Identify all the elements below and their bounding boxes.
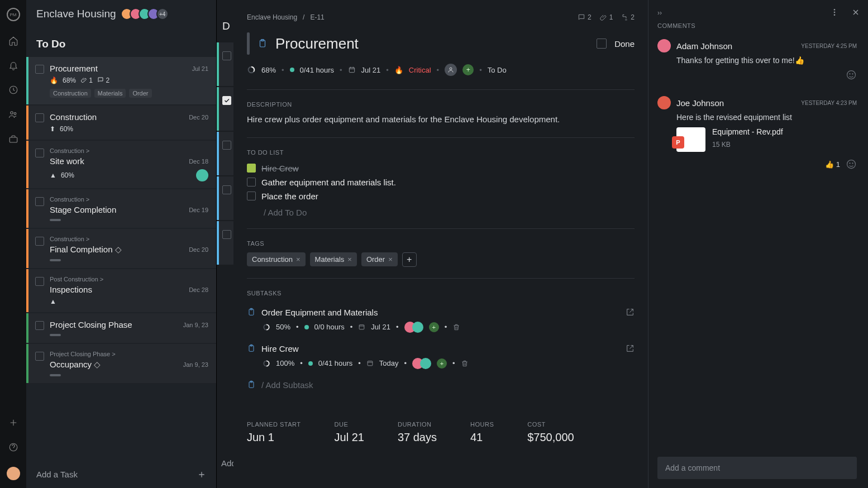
- tag-chip[interactable]: Materials ×: [310, 252, 357, 266]
- task-card[interactable]: Project Closing PhaseJan 9, 23: [26, 313, 216, 343]
- subtask-item[interactable]: Hire Crew 100%• 0/41 hours• Today• +•: [247, 338, 635, 375]
- cost-label: COST: [527, 421, 574, 428]
- peek-card[interactable]: [217, 221, 233, 265]
- assignee-icon[interactable]: [445, 64, 457, 76]
- attachment-name: Equipment - Rev.pdf: [712, 127, 783, 136]
- task-crumb: Construction >: [50, 196, 208, 203]
- add-assignee-button[interactable]: +: [462, 64, 474, 75]
- peek-add[interactable]: Add: [221, 458, 233, 468]
- peek-checkbox[interactable]: [222, 185, 231, 194]
- app-logo[interactable]: PM: [7, 8, 20, 21]
- attachment-size: 15 KB: [712, 141, 783, 149]
- todo-checkbox[interactable]: [247, 164, 256, 173]
- peek-card[interactable]: [217, 42, 233, 86]
- task-card[interactable]: ProcurementJul 21🔥68% 1 2ConstructionMat…: [26, 57, 216, 104]
- breadcrumb[interactable]: Enclave Housing / E-11: [247, 13, 325, 21]
- remove-tag-icon[interactable]: ×: [296, 255, 301, 264]
- todo-item[interactable]: Hire Crew: [247, 161, 635, 175]
- task-card[interactable]: Construction >Stage CompletionDec 19: [26, 189, 216, 228]
- subtask-item[interactable]: Order Equipment and Materials 50%• 0/0 h…: [247, 302, 635, 338]
- add-assignee-button[interactable]: +: [429, 322, 439, 332]
- collapse-icon[interactable]: ››: [657, 9, 857, 17]
- svg-point-2: [14, 113, 16, 115]
- cost-value[interactable]: $750,000: [527, 431, 574, 444]
- task-checkbox[interactable]: [35, 197, 44, 206]
- planned-start-label: PLANNED START: [247, 421, 301, 428]
- add-tag-button[interactable]: +: [402, 252, 417, 267]
- peek-card[interactable]: [217, 176, 233, 220]
- subtask-avatar[interactable]: [412, 322, 423, 333]
- task-card[interactable]: Post Construction >InspectionsDec 28▲: [26, 269, 216, 312]
- trash-icon[interactable]: [461, 360, 469, 367]
- attachments-count[interactable]: 1: [599, 13, 613, 21]
- add-todo-input[interactable]: / Add To Do: [247, 203, 635, 217]
- task-assignee-avatar[interactable]: [196, 169, 208, 181]
- tag-chip[interactable]: Construction ×: [247, 252, 306, 266]
- remove-tag-icon[interactable]: ×: [388, 255, 393, 264]
- progress-ring-icon: [263, 323, 270, 331]
- clock-icon[interactable]: [8, 85, 18, 95]
- task-checkbox[interactable]: [35, 149, 44, 157]
- task-card[interactable]: ConstructionDec 20⬆60%: [26, 106, 216, 140]
- task-checkbox[interactable]: [35, 321, 44, 330]
- peek-checkbox[interactable]: [222, 230, 231, 239]
- tag-chip[interactable]: Order ×: [361, 252, 398, 266]
- project-name[interactable]: Enclave Housing: [36, 8, 116, 20]
- task-card[interactable]: Project Closing Phase >Occupancy ◇Jan 9,…: [26, 344, 216, 383]
- clipboard-icon: [247, 344, 256, 353]
- remove-tag-icon[interactable]: ×: [347, 255, 352, 264]
- priority-label[interactable]: Critical: [409, 66, 431, 74]
- task-card[interactable]: Construction >Final Completion ◇Dec 20: [26, 229, 216, 268]
- add-assignee-button[interactable]: +: [437, 358, 447, 369]
- project-members[interactable]: +4: [124, 8, 169, 20]
- comment-avatar[interactable]: [657, 39, 671, 52]
- todo-item[interactable]: Gather equipment and materials list.: [247, 175, 635, 189]
- todo-item[interactable]: Place the order: [247, 189, 635, 203]
- add-task-button[interactable]: Add a Task: [26, 461, 216, 488]
- task-checkbox[interactable]: [35, 352, 44, 361]
- open-icon[interactable]: [626, 344, 635, 353]
- planned-start-value[interactable]: Jun 1: [247, 431, 301, 444]
- task-title[interactable]: Procurement: [275, 35, 589, 52]
- task-checkbox[interactable]: [35, 65, 44, 74]
- todo-checkbox[interactable]: [247, 178, 256, 186]
- due-value[interactable]: Jul 21: [335, 431, 364, 444]
- hours-meta[interactable]: 0/41 hours: [300, 66, 334, 74]
- current-user-avatar[interactable]: [7, 467, 20, 480]
- peek-checkbox[interactable]: [222, 96, 231, 105]
- task-checkbox[interactable]: [35, 113, 44, 122]
- home-icon[interactable]: [8, 36, 18, 46]
- task-checkbox[interactable]: [35, 237, 44, 246]
- description-text[interactable]: Hire crew plus order equipment and mater…: [247, 113, 635, 126]
- duration-value[interactable]: 37 days: [398, 431, 437, 444]
- help-icon[interactable]: [8, 442, 18, 452]
- add-reaction-icon[interactable]: [846, 159, 857, 170]
- add-subtask-input[interactable]: / Add Subtask: [247, 375, 635, 390]
- hours-value[interactable]: 41: [470, 431, 494, 444]
- peek-checkbox[interactable]: [222, 51, 231, 60]
- peek-card[interactable]: [217, 87, 233, 131]
- subtask-avatar[interactable]: [420, 358, 431, 369]
- plus-icon[interactable]: [8, 418, 18, 428]
- subtasks-count[interactable]: 2: [621, 13, 635, 21]
- due-date[interactable]: Jul 21: [361, 66, 381, 74]
- status-label[interactable]: To Do: [488, 66, 507, 74]
- people-icon[interactable]: [8, 109, 18, 119]
- attachment-card[interactable]: P Equipment - Rev.pdf 15 KB: [676, 127, 857, 152]
- progress-bar: [50, 219, 61, 221]
- todo-checkbox[interactable]: [247, 192, 256, 200]
- peek-checkbox[interactable]: [222, 141, 231, 150]
- reaction-pill[interactable]: 👍 1: [825, 160, 840, 169]
- bell-icon[interactable]: [8, 60, 18, 70]
- task-card[interactable]: Construction >Site workDec 18▲60%: [26, 141, 216, 188]
- task-checkbox[interactable]: [35, 277, 44, 286]
- done-checkbox[interactable]: [597, 39, 607, 49]
- add-comment-input[interactable]: Add a comment: [657, 457, 857, 479]
- open-icon[interactable]: [626, 308, 635, 317]
- add-reaction-icon[interactable]: [846, 69, 857, 80]
- peek-card[interactable]: [217, 132, 233, 175]
- briefcase-icon[interactable]: [8, 134, 18, 144]
- trash-icon[interactable]: [452, 323, 460, 331]
- comments-count[interactable]: 2: [578, 13, 592, 21]
- comment-avatar[interactable]: [657, 96, 671, 109]
